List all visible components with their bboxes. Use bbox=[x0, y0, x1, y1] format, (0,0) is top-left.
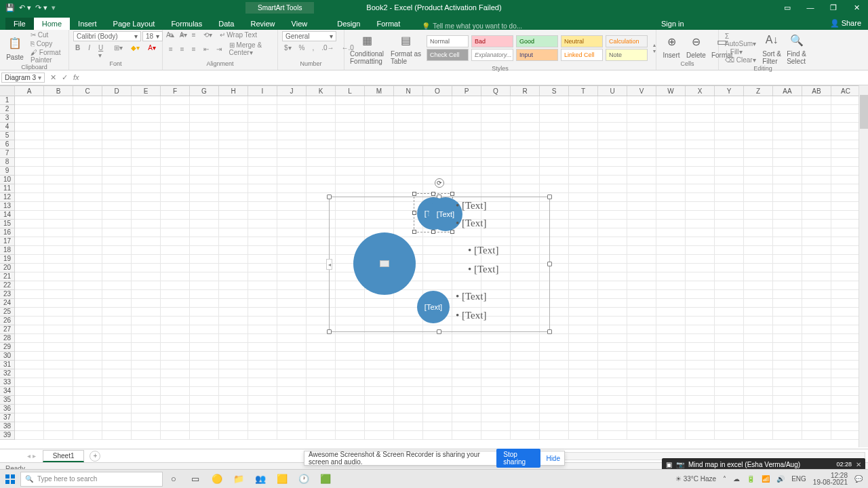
smartart-bullet-1b[interactable]: • [Text] bbox=[456, 218, 486, 229]
smartart-main-circle[interactable] bbox=[353, 232, 416, 295]
smartart-node-3[interactable]: [Text] bbox=[417, 291, 450, 323]
style-bad[interactable]: Bad bbox=[471, 35, 513, 47]
smartart-bullet-3a[interactable]: • [Text] bbox=[456, 291, 486, 302]
tell-me-search[interactable]: 💡 Tell me what you want to do... bbox=[422, 22, 522, 30]
fill-color-button[interactable]: ◆▾ bbox=[129, 44, 142, 59]
wrap-text-button[interactable]: ↵ Wrap Text bbox=[218, 31, 259, 39]
share-link[interactable]: 👤 Share bbox=[823, 17, 868, 30]
wifi-icon[interactable]: 📶 bbox=[762, 475, 770, 483]
language-indicator[interactable]: ENG bbox=[791, 475, 806, 483]
align-middle-button[interactable]: ≡ bbox=[178, 31, 186, 39]
sheet-nav-buttons[interactable]: ◂ ▸ bbox=[20, 452, 43, 460]
smartart-bullet-2a[interactable]: • [Text] bbox=[468, 245, 498, 256]
align-top-button[interactable]: ≡ bbox=[167, 31, 175, 39]
font-size-input[interactable]: 18▾ bbox=[142, 31, 163, 41]
sort-filter-button[interactable]: A↓Sort & Filter bbox=[761, 31, 783, 65]
name-box[interactable]: Diagram 3▾ bbox=[1, 73, 45, 83]
column-headers[interactable]: ABCDEFGHIJKLMNOPQRSTUVWXYZAAABAC bbox=[0, 85, 868, 96]
clock-tray[interactable]: 12:2819-08-2021 bbox=[813, 472, 848, 486]
orientation-button[interactable]: ⟲▾ bbox=[201, 31, 214, 39]
chrome-icon[interactable]: 🟡 bbox=[206, 470, 228, 489]
tab-data[interactable]: Data bbox=[210, 18, 242, 30]
onedrive-icon[interactable]: ☁ bbox=[733, 475, 740, 483]
indent-dec-button[interactable]: ⇤ bbox=[201, 45, 211, 53]
start-button[interactable] bbox=[0, 470, 20, 489]
conditional-formatting-button[interactable]: ▦Conditional Formatting bbox=[349, 31, 385, 65]
tab-home[interactable]: Home bbox=[34, 18, 70, 30]
find-select-button[interactable]: 🔍Find & Select bbox=[785, 31, 808, 65]
smartart-bullet-1a[interactable]: • [Text] bbox=[456, 200, 486, 211]
signin-link[interactable]: Sign in bbox=[654, 18, 691, 30]
row-headers[interactable]: 1234567891011121314151617181920212223242… bbox=[0, 96, 15, 440]
delete-cells-button[interactable]: ⊖Delete bbox=[685, 33, 707, 59]
tab-view[interactable]: View bbox=[283, 18, 316, 30]
number-format-select[interactable]: General▾ bbox=[282, 31, 336, 41]
maximize-button[interactable]: ❐ bbox=[822, 0, 845, 15]
tab-format[interactable]: Format bbox=[368, 18, 408, 30]
comma-button[interactable]: , bbox=[310, 44, 316, 52]
enter-formula-icon[interactable]: ✓ bbox=[62, 73, 68, 82]
style-linked[interactable]: Linked Cell bbox=[561, 49, 603, 61]
resize-handle-s[interactable] bbox=[437, 329, 441, 334]
percent-button[interactable]: % bbox=[297, 44, 307, 52]
hide-sharing-button[interactable]: Hide bbox=[546, 455, 560, 462]
close-button[interactable]: ✕ bbox=[845, 0, 868, 15]
ribbon-display-icon[interactable]: ▭ bbox=[776, 0, 799, 15]
battery-icon[interactable]: 🔋 bbox=[747, 475, 755, 483]
style-note[interactable]: Note bbox=[606, 49, 648, 61]
file-explorer-icon[interactable]: 📁 bbox=[228, 470, 250, 489]
fx-icon[interactable]: fx bbox=[73, 73, 79, 82]
clear-button[interactable]: ⌫ Clear▾ bbox=[723, 56, 758, 64]
style-checkcell[interactable]: Check Cell bbox=[427, 49, 469, 61]
task-view-icon[interactable]: ▭ bbox=[184, 470, 206, 489]
resize-handle-sw[interactable] bbox=[327, 329, 332, 334]
font-name-input[interactable]: Calibri (Body)▾ bbox=[73, 31, 141, 41]
style-normal[interactable]: Normal bbox=[427, 35, 469, 47]
weather-widget[interactable]: ☀ 33°C Haze bbox=[675, 475, 716, 483]
format-painter-button[interactable]: 🖌 Format Painter bbox=[28, 49, 64, 64]
tab-pagelayout[interactable]: Page Layout bbox=[105, 18, 163, 30]
style-neutral[interactable]: Neutral bbox=[561, 35, 603, 47]
rotate-handle-icon[interactable]: ⟳ bbox=[435, 178, 444, 188]
paste-button[interactable]: 📋Paste bbox=[4, 35, 26, 61]
align-left-button[interactable]: ≡ bbox=[167, 45, 175, 53]
sticky-notes-icon[interactable]: 🟨 bbox=[271, 470, 293, 489]
tab-insert[interactable]: Insert bbox=[70, 18, 105, 30]
tab-design[interactable]: Design bbox=[329, 18, 368, 30]
stop-sharing-button[interactable]: Stop sharing bbox=[496, 449, 540, 468]
format-as-table-button[interactable]: ▤Format as Table bbox=[389, 31, 422, 65]
resize-handle-e[interactable] bbox=[547, 262, 552, 266]
taskbar-search-input[interactable]: 🔍 Type here to search bbox=[20, 472, 163, 487]
smartart-bullet-2b[interactable]: • [Text] bbox=[468, 264, 498, 275]
bold-button[interactable]: B bbox=[73, 44, 82, 59]
tray-chevron-icon[interactable]: ˄ bbox=[723, 475, 726, 483]
underline-button[interactable]: U ▾ bbox=[96, 44, 108, 59]
italic-button[interactable]: I bbox=[86, 44, 92, 59]
merge-center-button[interactable]: ⊞ Merge & Center▾ bbox=[227, 41, 273, 56]
style-input[interactable]: Input bbox=[516, 49, 558, 61]
inc-decimal-button[interactable]: .0→ bbox=[319, 44, 336, 52]
undo-icon[interactable]: ↶ ▾ bbox=[19, 3, 31, 12]
minimize-button[interactable]: — bbox=[799, 0, 822, 15]
tab-file[interactable]: File bbox=[5, 18, 34, 30]
vertical-scrollbar[interactable] bbox=[859, 85, 868, 447]
style-calculation[interactable]: Calculation bbox=[606, 35, 648, 47]
style-explanatory[interactable]: Explanatory... bbox=[471, 49, 513, 61]
teams-taskbar-icon[interactable]: 👥 bbox=[250, 470, 271, 489]
select-all-corner[interactable] bbox=[0, 86, 15, 96]
cortana-icon[interactable]: ○ bbox=[163, 470, 184, 489]
fill-button[interactable]: ↓ Fill▾ bbox=[723, 48, 758, 56]
smartart-textpane-toggle[interactable]: ◂ bbox=[326, 259, 332, 270]
resize-handle-ne[interactable] bbox=[547, 195, 552, 199]
action-center-icon[interactable]: 💬 bbox=[854, 475, 863, 483]
teams-close-icon[interactable]: ✕ bbox=[856, 461, 861, 468]
align-right-button[interactable]: ≡ bbox=[190, 45, 198, 53]
autosum-button[interactable]: Σ AutoSum▾ bbox=[723, 33, 758, 47]
insert-cells-button[interactable]: ⊕Insert bbox=[660, 33, 682, 59]
cancel-formula-icon[interactable]: ✕ bbox=[50, 73, 56, 82]
formula-input[interactable] bbox=[83, 72, 868, 84]
cut-button[interactable]: ✂ Cut bbox=[28, 31, 64, 39]
add-sheet-button[interactable]: + bbox=[90, 451, 100, 462]
volume-icon[interactable]: 🔊 bbox=[776, 475, 785, 483]
sheet-tab-1[interactable]: Sheet1 bbox=[43, 450, 85, 462]
